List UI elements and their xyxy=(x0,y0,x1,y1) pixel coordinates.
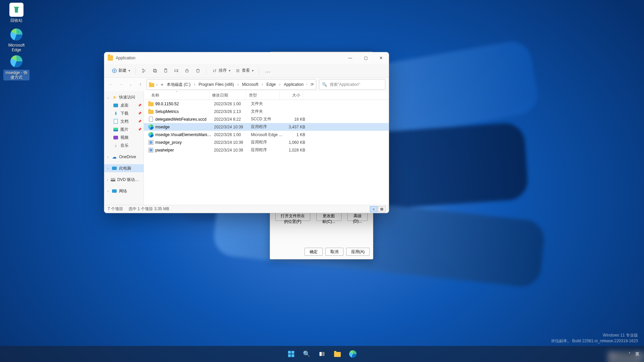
breadcrumb[interactable]: Edge xyxy=(265,81,277,87)
desktop[interactable]: 回收站 Microsoft Edge msedge - 快捷方式 打开文件所在的… xyxy=(0,0,644,362)
file-row[interactable]: SetupMetrics 2022/3/26 1:13 文件夹 xyxy=(144,108,389,115)
nav-dvd[interactable]: ›DVD 驱动器 (D:) CC xyxy=(104,176,144,184)
file-name: msedge_proxy xyxy=(155,140,214,145)
file-name: pwahelper xyxy=(155,148,214,153)
file-type: 文件夹 xyxy=(251,101,284,107)
address-dropdown-button[interactable]: ⌄ xyxy=(306,82,308,87)
sort-button[interactable]: 排序▾ xyxy=(210,66,232,76)
nav-onedrive[interactable]: ›☁OneDrive xyxy=(104,153,144,161)
desktop-icon-label: Microsoft Edge xyxy=(3,43,30,52)
ime-indicator[interactable]: 英 xyxy=(635,351,639,357)
cut-button[interactable] xyxy=(139,66,149,76)
nav-quick-access[interactable]: ⌄★快速访问 xyxy=(104,93,144,101)
copy-icon xyxy=(152,68,158,73)
change-icon-button[interactable]: 更改图标(C)... xyxy=(316,213,341,221)
command-bar: 新建▾ 排序▾ 查看▾ xyxy=(104,64,389,78)
desktop-icon-edge-shortcut[interactable]: msedge - 快捷方式 xyxy=(3,54,30,80)
system-tray[interactable]: ˄ 英 xyxy=(629,346,639,362)
forward-button[interactable]: → xyxy=(117,80,124,89)
up-button[interactable]: ↑ xyxy=(137,80,144,89)
start-button[interactable] xyxy=(286,349,297,359)
share-button[interactable] xyxy=(182,66,192,76)
open-file-location-button[interactable]: 打开文件所在的位置(F) xyxy=(275,213,310,221)
breadcrumb[interactable]: Program Files (x86) xyxy=(197,81,235,87)
desktop-icon-edge[interactable]: Microsoft Edge xyxy=(3,27,30,52)
download-icon: ⬇ xyxy=(113,111,118,116)
back-button[interactable]: ← xyxy=(108,80,115,89)
breadcrumb[interactable]: Microsoft xyxy=(240,81,260,87)
paste-button[interactable] xyxy=(161,66,171,76)
task-view-button[interactable] xyxy=(317,349,327,359)
network-icon xyxy=(112,189,117,193)
search-box[interactable]: 🔍 搜索"Application" xyxy=(319,79,385,90)
cloud-icon: ☁ xyxy=(112,154,117,160)
star-icon: ★ xyxy=(112,95,117,100)
file-date: 2022/3/26 1:13 xyxy=(214,109,251,114)
breadcrumb[interactable]: 本地磁盘 (C:) xyxy=(165,81,192,88)
breadcrumb[interactable]: « xyxy=(160,81,165,87)
desktop-icon-recycle-bin[interactable]: 回收站 xyxy=(3,3,30,23)
nav-pictures[interactable]: 图片📌 xyxy=(104,125,144,133)
svg-rect-7 xyxy=(175,70,178,71)
taskbar[interactable]: 🔍 ˄ 英 xyxy=(0,346,644,362)
advanced-button[interactable]: 高级(D)... xyxy=(347,213,368,221)
file-date: 2022/3/24 10:39 xyxy=(214,148,251,153)
explorer-window[interactable]: Application — ▢ ✕ 新建▾ xyxy=(104,52,389,213)
nav-network[interactable]: ›网络 xyxy=(104,187,144,195)
new-button[interactable]: 新建▾ xyxy=(110,66,132,76)
folder-icon xyxy=(334,352,341,357)
recent-locations-dropdown[interactable]: ⌄ xyxy=(127,80,134,89)
titlebar[interactable]: Application — ▢ ✕ xyxy=(104,52,389,64)
column-header-type[interactable]: 类型 xyxy=(246,91,280,100)
desktop-icon-label: 回收站 xyxy=(3,18,30,23)
nav-downloads[interactable]: ⬇下载📌 xyxy=(104,109,144,117)
address-bar[interactable]: › « 本地磁盘 (C:) › Program Files (x86) › Mi… xyxy=(147,79,316,90)
desktop-icon xyxy=(113,104,118,107)
apply-button[interactable]: 应用(A) xyxy=(346,248,370,256)
minimize-button[interactable]: — xyxy=(342,52,358,64)
file-list-pane[interactable]: 名称˄ 修改日期 类型 大小 99.0.1150.52 2022/3/26 1:… xyxy=(144,91,389,205)
taskbar-explorer[interactable] xyxy=(332,349,343,359)
nav-music[interactable]: ♪音乐 xyxy=(104,141,144,149)
navigation-pane[interactable]: ⌄★快速访问 桌面📌 ⬇下载📌 文档📌 图片📌 视频 ♪音乐 ›☁OneDriv… xyxy=(104,91,144,205)
nav-desktop[interactable]: 桌面📌 xyxy=(104,101,144,109)
edge-icon xyxy=(148,124,154,130)
view-button[interactable]: 查看▾ xyxy=(233,66,256,76)
search-button[interactable]: 🔍 xyxy=(301,349,312,359)
tray-overflow-button[interactable]: ˄ xyxy=(629,352,631,356)
more-button[interactable]: … xyxy=(263,66,273,76)
breadcrumb-sep: › xyxy=(155,81,159,87)
taskview-icon xyxy=(319,351,325,357)
delete-button[interactable] xyxy=(193,66,203,76)
ok-button[interactable]: 确定 xyxy=(305,248,323,256)
refresh-button[interactable]: ⟳ xyxy=(311,82,314,87)
file-row[interactable]: msedge.VisualElementsManifest 2022/3/26 … xyxy=(144,131,389,138)
maximize-button[interactable]: ▢ xyxy=(358,52,373,64)
close-button[interactable]: ✕ xyxy=(373,52,389,64)
file-row[interactable]: delegatedWebFeatures.sccd 2022/3/24 8:22… xyxy=(144,115,389,123)
cancel-button[interactable]: 取消 xyxy=(325,248,343,256)
taskbar-edge[interactable] xyxy=(347,349,358,359)
details-view-button[interactable]: ≡ xyxy=(370,206,377,212)
breadcrumb[interactable]: Application xyxy=(282,81,305,87)
svg-rect-9 xyxy=(288,351,291,354)
file-row[interactable]: msedge 2022/3/24 10:39 应用程序 3,437 KB xyxy=(144,123,389,131)
file-type: 文件夹 xyxy=(251,109,284,114)
column-header-name[interactable]: 名称˄ xyxy=(144,91,209,100)
trash-icon xyxy=(195,68,201,73)
file-row[interactable]: 99.0.1150.52 2022/3/26 1:00 文件夹 xyxy=(144,100,389,108)
nav-videos[interactable]: 视频 xyxy=(104,133,144,141)
thumbnails-view-button[interactable]: ▦ xyxy=(378,206,385,212)
nav-this-pc[interactable]: ›此电脑 xyxy=(104,164,144,172)
file-row[interactable]: msedge_proxy 2022/3/24 10:39 应用程序 1,060 … xyxy=(144,138,389,146)
desktop-icon-label: msedge - 快捷方式 xyxy=(3,70,30,80)
folder-icon xyxy=(108,55,113,61)
copy-button[interactable] xyxy=(150,66,160,76)
rename-button[interactable] xyxy=(171,66,181,76)
file-type: 应用程序 xyxy=(251,147,284,153)
file-row[interactable]: pwahelper 2022/3/24 10:39 应用程序 1,028 KB xyxy=(144,146,389,154)
nav-documents[interactable]: 文档📌 xyxy=(104,117,144,125)
svg-rect-4 xyxy=(153,69,156,71)
column-header-date[interactable]: 修改日期 xyxy=(209,91,246,100)
column-header-size[interactable]: 大小 xyxy=(280,91,303,100)
